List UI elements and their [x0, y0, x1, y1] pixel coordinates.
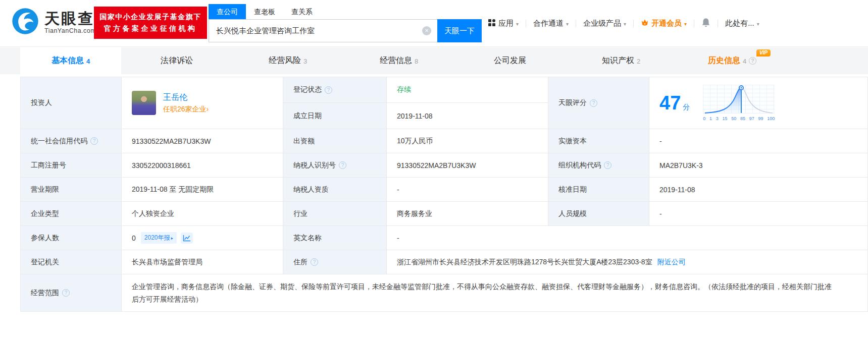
- reg-number-value: 330522000318661: [122, 153, 283, 178]
- investor-cell: 王岳伦 任职26家企业›: [122, 77, 283, 129]
- taxpayer-quality-value: -: [387, 178, 548, 202]
- tab-basic-info[interactable]: 基本信息 4: [20, 47, 121, 74]
- reg-number-label: 工商注册号: [21, 153, 122, 178]
- business-scope-label-cell: 经营范围 ?: [21, 274, 122, 312]
- annual-report-badge[interactable]: 2020年报 ▸: [141, 232, 177, 244]
- industry-value: 商务服务业: [387, 202, 548, 226]
- tianyancha-company-page: 天眼查 TianYanCha.com 国家中小企业发展子基金旗下 官方备案企业征…: [0, 0, 868, 341]
- taxpayer-id-label-cell: 纳税人识别号 ?: [283, 153, 387, 178]
- nav-vip-label: 开通会员: [651, 19, 682, 28]
- org-code-value: MA2B7U3K-3: [649, 153, 868, 178]
- crown-icon: [641, 19, 649, 28]
- tab-count: 4: [86, 58, 90, 65]
- apps-grid-icon: [488, 19, 496, 28]
- clear-search-icon[interactable]: ×: [422, 26, 431, 35]
- help-icon[interactable]: ?: [325, 86, 332, 94]
- divider: [576, 20, 576, 27]
- search-tabs: 查公司 查老板 查关系: [209, 4, 482, 19]
- help-icon[interactable]: ?: [90, 137, 98, 145]
- divider: [526, 20, 526, 27]
- search-area: 查公司 查老板 查关系 × 天眼一下: [209, 4, 482, 42]
- tab-count: 3: [303, 58, 307, 65]
- english-name-value: -: [387, 226, 868, 250]
- status-subtable: 登记状态 ? 存续 成立日期 2019-11-08: [283, 77, 548, 129]
- tab-history-info[interactable]: VIP 历史信息 4 ?: [677, 47, 788, 74]
- staff-size-value: -: [649, 202, 868, 226]
- tab-operating-info[interactable]: 经营信息 8: [343, 47, 454, 74]
- nav-apps[interactable]: 应用 ▾: [488, 19, 519, 28]
- address-value: 浙江省湖州市长兴县经济技术开发区明珠路1278号长兴世贸大厦A楼23层2303-…: [397, 258, 652, 267]
- industry-label: 行业: [283, 202, 387, 226]
- help-icon[interactable]: ?: [590, 99, 597, 107]
- score-label: 天眼评分: [558, 98, 587, 107]
- chevron-down-icon: ▾: [516, 21, 519, 27]
- company-type-label: 企业类型: [21, 202, 122, 226]
- credit-code-value: 91330522MA2B7U3K3W: [122, 129, 283, 153]
- help-icon[interactable]: ?: [749, 57, 756, 65]
- approval-date-label: 核准日期: [548, 178, 649, 202]
- vip-badge: VIP: [756, 49, 771, 56]
- reg-status-value-cell: 存续: [387, 77, 548, 103]
- company-type-value: 个人独资企业: [122, 202, 283, 226]
- help-icon[interactable]: ?: [604, 161, 611, 169]
- notification-bell[interactable]: [701, 18, 710, 29]
- tab-legal-proceedings[interactable]: 法律诉讼: [121, 47, 232, 74]
- help-icon[interactable]: ?: [62, 289, 70, 297]
- help-icon[interactable]: ?: [311, 258, 318, 266]
- nav-cooperation-label: 合作通道: [533, 19, 564, 28]
- search-button[interactable]: 天眼一下: [437, 19, 482, 42]
- investor-label: 投资人: [21, 77, 122, 129]
- divider: [694, 20, 694, 27]
- business-scope-label: 经营范围: [31, 289, 59, 298]
- search-tab-company[interactable]: 查公司: [209, 4, 246, 19]
- taxpayer-id-label: 纳税人识别号: [293, 161, 336, 170]
- bell-icon: [701, 18, 710, 29]
- help-icon[interactable]: ?: [339, 161, 346, 169]
- tab-label: 经营信息: [380, 55, 412, 66]
- business-scope-value: 企业管理咨询，商务信息咨询（除金融、证券、期货、保险等前置许可项目，未经金融等监…: [122, 274, 868, 312]
- staff-size-label: 人员规模: [548, 202, 649, 226]
- score-distribution-chart: 0131550859799100: [703, 85, 775, 121]
- tab-intellectual-property[interactable]: 知识产权 2: [566, 47, 677, 74]
- header-nav: 应用 ▾ 合作通道 ▾ 企业级产品 ▾ 开通会: [488, 0, 759, 47]
- score-number: 47分: [659, 92, 690, 114]
- logo[interactable]: 天眼查 TianYanCha.com: [11, 7, 96, 37]
- nav-more[interactable]: 此处有... ▾: [725, 19, 759, 28]
- search-input[interactable]: [209, 19, 437, 42]
- nav-enterprise-products[interactable]: 企业级产品 ▾: [583, 19, 626, 28]
- certification-badge: 国家中小企业发展子基金旗下 官方备案企业征信机构: [94, 7, 207, 39]
- insured-count-cell: 0 2020年报 ▸: [122, 226, 283, 250]
- investor-name-link[interactable]: 王岳伦: [163, 92, 209, 103]
- insured-count-value: 0: [132, 234, 136, 242]
- establish-date-value: 2019-11-08: [387, 103, 548, 129]
- search-tab-relation[interactable]: 查关系: [283, 4, 321, 19]
- trend-chart-icon[interactable]: [181, 233, 193, 244]
- tab-company-development[interactable]: 公司发展: [454, 47, 566, 74]
- business-term-value: 2019-11-08 至 无固定期限: [122, 178, 283, 202]
- nearby-companies-link[interactable]: 附近公司: [657, 258, 686, 267]
- nav-more-label: 此处有...: [725, 19, 754, 28]
- paidin-capital-label: 实缴资本: [548, 129, 649, 153]
- capital-value: 10万人民币: [387, 129, 548, 153]
- certification-line1: 国家中小企业发展子基金旗下: [99, 13, 201, 22]
- insured-count-label: 参保人数: [21, 226, 122, 250]
- investor-avatar[interactable]: [132, 91, 156, 115]
- nav-vip-membership[interactable]: 开通会员 ▾: [641, 19, 687, 28]
- tab-label: 知识产权: [602, 55, 634, 66]
- search-tab-boss[interactable]: 查老板: [246, 4, 283, 19]
- score-axis-ticks: 0131550859799100: [703, 116, 775, 121]
- divider: [633, 20, 634, 27]
- tab-count: 2: [637, 58, 640, 65]
- nav-cooperation[interactable]: 合作通道 ▾: [533, 19, 569, 28]
- chevron-down-icon: ▾: [624, 21, 626, 27]
- approval-date-value: 2019-11-08: [649, 178, 868, 202]
- tianyancha-logo-icon: [11, 7, 39, 37]
- credit-code-label: 统一社会信用代码: [31, 137, 87, 146]
- investor-positions-link[interactable]: 任职26家企业›: [163, 105, 209, 114]
- taxpayer-id-value: 91330522MA2B7U3K3W: [387, 153, 548, 178]
- chevron-down-icon: ▾: [757, 21, 759, 27]
- divider: [718, 20, 718, 27]
- chevron-down-icon: ▾: [684, 21, 687, 27]
- tab-operating-risk[interactable]: 经营风险 3: [232, 47, 343, 74]
- certification-line2: 官方备案企业征信机构: [104, 24, 197, 33]
